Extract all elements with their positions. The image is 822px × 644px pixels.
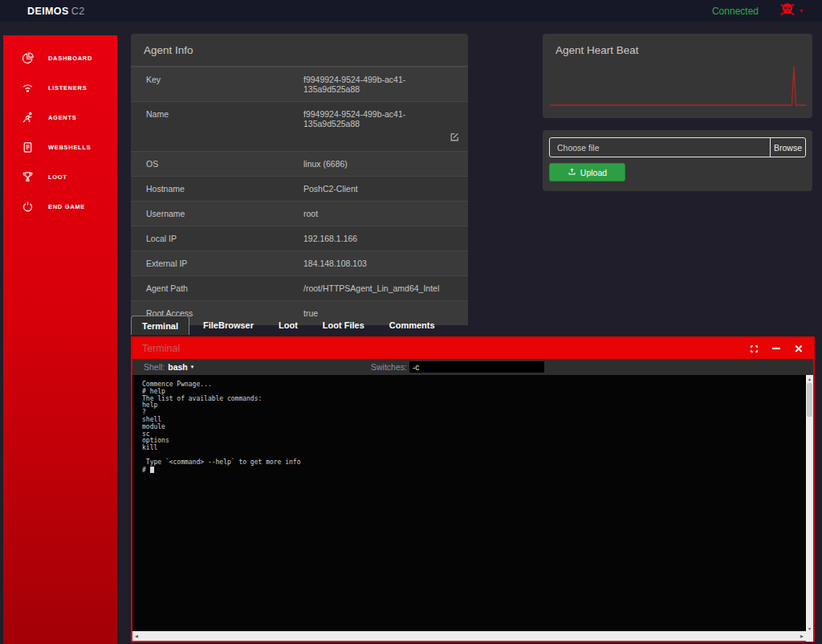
- pie-chart-icon: [21, 51, 35, 65]
- brand: DEIMOSC2: [27, 6, 85, 17]
- chevron-down-icon: ▾: [191, 364, 194, 370]
- scroll-left-arrow[interactable]: ◀: [132, 631, 140, 641]
- horizontal-scrollbar[interactable]: ◀ ▶: [132, 631, 806, 641]
- sidebar-label: END GAME: [48, 203, 85, 210]
- heartbeat-chart: [549, 66, 806, 106]
- switches-input[interactable]: [409, 361, 544, 373]
- row-label: OS: [146, 159, 303, 169]
- agent-info-title: Agent Info: [131, 34, 468, 67]
- terminal-output[interactable]: Commence Pwnage... # help The list of av…: [132, 375, 806, 632]
- vertical-scroll-thumb[interactable]: [807, 383, 812, 417]
- wifi-icon: [21, 81, 35, 95]
- sidebar-label: LISTENERS: [48, 84, 87, 92]
- brand-primary: DEIMOS: [27, 6, 69, 17]
- row-label: Hostname: [146, 184, 303, 194]
- heartbeat-title: Agent Heart Beat: [543, 34, 812, 66]
- skull-icon: [779, 2, 796, 20]
- table-row: OS linux (6686): [131, 151, 468, 176]
- row-value: /root/HTTPSAgent_Lin_amd64_Intel: [303, 283, 460, 293]
- runner-icon: [21, 111, 35, 124]
- terminal-title: Terminal: [142, 343, 180, 354]
- table-row: External IP 184.148.108.103: [131, 251, 468, 275]
- user-menu-toggle[interactable]: ▾: [779, 2, 803, 20]
- scroll-down-arrow[interactable]: ▼: [806, 625, 813, 632]
- row-label: External IP: [146, 259, 303, 268]
- row-value: linux (6686): [303, 159, 460, 169]
- sidebar-item-agents[interactable]: AGENTS: [3, 103, 117, 132]
- sidebar-item-loot[interactable]: LOOT: [3, 162, 117, 192]
- table-row: Name f9949924-9524-499b-ac41-135a9d525a8…: [131, 101, 468, 151]
- sidebar-label: WEBSHELLS: [48, 144, 91, 151]
- top-navbar: DEIMOSC2 Connected ▾: [0, 0, 822, 22]
- sidebar-item-end-game[interactable]: END GAME: [3, 192, 117, 222]
- caret-down-icon: ▾: [800, 8, 803, 14]
- upload-icon: [568, 167, 576, 177]
- edit-icon[interactable]: [450, 132, 460, 142]
- sidebar: DASHBOARD LISTENERS AGENTS WEBSHELLS: [3, 35, 117, 644]
- expand-icon[interactable]: [749, 344, 759, 353]
- browse-button[interactable]: Browse: [770, 138, 805, 157]
- terminal-body: Commence Pwnage... # help The list of av…: [132, 375, 813, 641]
- brand-secondary: C2: [71, 6, 85, 17]
- sidebar-label: AGENTS: [48, 114, 76, 121]
- tab-terminal[interactable]: Terminal: [131, 316, 189, 335]
- table-row: Key f9949924-9524-499b-ac41-135a9d525a88: [131, 67, 468, 101]
- tab-loot-files[interactable]: Loot Files: [311, 316, 376, 335]
- row-value: 192.168.1.166: [303, 234, 460, 243]
- row-label: Name: [146, 109, 303, 144]
- terminal-window: Terminal ✕ Shell: bash ▾ Switches: Comme…: [131, 336, 815, 642]
- table-row: Agent Path /root/HTTPSAgent_Lin_amd64_In…: [131, 275, 468, 300]
- shell-dropdown[interactable]: Shell: bash ▾: [144, 359, 193, 375]
- file-input[interactable]: Choose file Browse: [549, 137, 806, 157]
- agent-name-value: f9949924-9524-499b-ac41-135a9d525a88: [303, 109, 405, 128]
- row-label: Local IP: [146, 234, 303, 243]
- shell-value: bash: [168, 362, 188, 372]
- upload-button[interactable]: Upload: [549, 163, 625, 181]
- close-icon[interactable]: ✕: [794, 344, 804, 353]
- trophy-icon: [21, 170, 35, 184]
- terminal-text: Commence Pwnage... # help The list of av…: [142, 381, 300, 473]
- row-value: PoshC2-Client: [303, 184, 460, 194]
- shell-label: Shell:: [144, 362, 165, 372]
- heartbeat-line: [549, 67, 806, 105]
- row-label: Agent Path: [146, 283, 303, 293]
- table-row: Username root: [131, 201, 468, 226]
- connection-status: Connected: [712, 6, 759, 17]
- row-label: Key: [146, 75, 303, 94]
- sidebar-label: LOOT: [48, 173, 67, 181]
- tab-filebrowser[interactable]: FileBrowser: [192, 316, 265, 335]
- upload-panel: Choose file Browse Upload: [543, 130, 812, 191]
- file-input-label: Choose file: [550, 138, 770, 157]
- tab-loot[interactable]: Loot: [267, 316, 309, 335]
- agent-info-panel: Agent Info Key f9949924-9524-499b-ac41-1…: [131, 34, 468, 298]
- row-value: f9949924-9524-499b-ac41-135a9d525a88: [303, 75, 460, 94]
- heartbeat-panel: Agent Heart Beat: [543, 34, 812, 118]
- scroll-up-arrow[interactable]: ▲: [806, 375, 813, 382]
- sidebar-item-dashboard[interactable]: DASHBOARD: [3, 43, 117, 73]
- upload-button-label: Upload: [580, 168, 607, 177]
- power-icon: [21, 200, 35, 214]
- table-row: Hostname PoshC2-Client: [131, 176, 468, 201]
- terminal-cursor: [150, 467, 154, 474]
- table-row: Local IP 192.168.1.166: [131, 226, 468, 251]
- terminal-header: Terminal ✕: [132, 338, 813, 359]
- switches-label: Switches:: [371, 362, 407, 372]
- minimize-icon[interactable]: [771, 344, 781, 353]
- sidebar-item-webshells[interactable]: WEBSHELLS: [3, 132, 117, 162]
- scroll-right-arrow[interactable]: ▶: [798, 631, 806, 641]
- sidebar-item-listeners[interactable]: LISTENERS: [3, 73, 117, 103]
- tab-comments[interactable]: Comments: [378, 316, 446, 335]
- row-label: Username: [146, 209, 303, 218]
- switches-group: Switches:: [371, 359, 544, 375]
- sidebar-label: DASHBOARD: [48, 55, 92, 62]
- row-value: root: [303, 209, 460, 218]
- document-icon: [21, 141, 35, 154]
- row-value: 184.148.108.103: [303, 259, 460, 268]
- terminal-toolbar: Shell: bash ▾ Switches:: [132, 359, 813, 375]
- tab-bar: Terminal FileBrowser Loot Loot Files Com…: [131, 316, 449, 335]
- row-value: f9949924-9524-499b-ac41-135a9d525a88: [303, 109, 460, 144]
- vertical-scrollbar[interactable]: ▲ ▼: [806, 375, 813, 642]
